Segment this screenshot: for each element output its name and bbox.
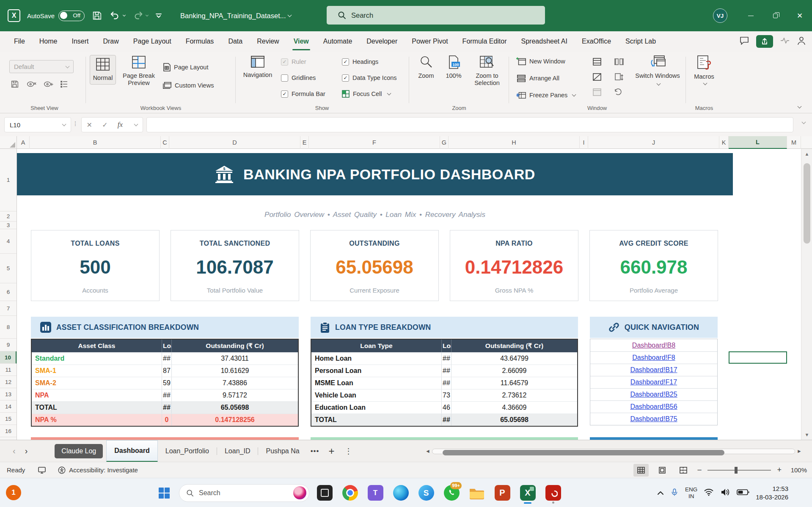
ribbon-tab-spreadsheet-ai[interactable]: Spreadsheet AI <box>514 31 575 52</box>
switch-windows-button[interactable]: Switch Windows <box>635 55 680 87</box>
document-title[interactable]: Banking_NPA_Training_Dataset... <box>180 12 291 20</box>
asset-loans-cell[interactable]: ## <box>162 402 171 414</box>
formula-input[interactable] <box>146 117 793 132</box>
ribbon-tab-script-lab[interactable]: Script Lab <box>618 31 663 52</box>
horizontal-scroll-thumb[interactable] <box>443 450 724 455</box>
close-button[interactable]: ✕ <box>787 0 812 31</box>
restore-button[interactable] <box>763 0 787 31</box>
ribbon-tab-page-layout[interactable]: Page Layout <box>126 31 179 52</box>
loan-outstanding-cell[interactable]: 65.05698 <box>451 414 577 426</box>
kpi-card-avg-credit-score[interactable]: AVG CREDIT SCORE660.978Portfolio Average <box>589 230 718 301</box>
ribbon-tab-data[interactable]: Data <box>221 31 250 52</box>
row-header-7[interactable]: 7 <box>0 301 17 316</box>
arrange-all-button[interactable]: Arrange All <box>516 74 559 83</box>
new-window-button[interactable]: New Window <box>516 57 565 66</box>
taskbar-edge-icon[interactable] <box>391 481 411 505</box>
tray-chevron-icon[interactable] <box>657 489 664 497</box>
unhide-icon[interactable] <box>592 88 602 98</box>
vertical-scrollbar[interactable]: ▲ ▼ <box>801 149 812 440</box>
loan-loans-cell[interactable]: ## <box>441 377 451 389</box>
quick-nav-link-dashboard-b25[interactable]: Dashboard!B25 <box>630 391 677 398</box>
ribbon-tab-home[interactable]: Home <box>32 31 65 52</box>
selected-cell-L10[interactable] <box>729 351 787 364</box>
zoom-level[interactable]: 100% <box>787 466 807 474</box>
minimize-button[interactable] <box>738 0 763 31</box>
focus-cell-button[interactable]: Focus Cell <box>342 89 397 99</box>
quick-nav-link-dashboard-f8[interactable]: Dashboard!F8 <box>632 354 675 362</box>
sheet-view-options-icon[interactable] <box>60 80 69 90</box>
view-side-by-side-icon[interactable] <box>614 58 625 68</box>
asset-outstanding-cell[interactable]: 65.05698 <box>171 402 298 414</box>
loan-label-cell[interactable]: TOTAL <box>311 414 441 426</box>
page-break-view-icon[interactable] <box>676 464 691 477</box>
loan-label-cell[interactable]: MSME Loan <box>311 377 441 389</box>
name-box[interactable]: L10 <box>4 117 71 132</box>
row-header-14[interactable]: 14 <box>0 400 17 413</box>
row-header-16[interactable]: 16 <box>0 425 17 437</box>
row-header-2[interactable]: 2 <box>0 211 17 222</box>
tabs-scroll-right-icon[interactable]: › <box>25 446 28 456</box>
page-break-preview-button[interactable]: Page Break Preview <box>118 55 159 87</box>
taskbar-skype-icon[interactable]: S <box>416 481 436 505</box>
loan-label-cell[interactable]: Education Loan <box>311 402 441 414</box>
quick-nav-link-dashboard-f17[interactable]: Dashboard!F17 <box>630 378 677 386</box>
hscroll-right-icon[interactable]: ► <box>797 448 802 454</box>
accessibility-status[interactable]: Accessibility: Investigate <box>58 466 138 474</box>
sheet-tab-loan-id[interactable]: Loan_ID <box>217 440 258 462</box>
asset-outstanding-cell[interactable]: 7.43886 <box>171 377 298 389</box>
page-layout-view-icon[interactable] <box>655 464 670 477</box>
tabs-scroll-left-icon[interactable]: ‹ <box>13 446 16 456</box>
widgets-badge[interactable]: 1 <box>6 485 21 500</box>
row-header-1[interactable]: 1 <box>0 149 17 211</box>
asset-loans-cell[interactable]: 59 <box>162 377 171 389</box>
autosave-toggle[interactable]: AutoSave Off <box>27 11 85 21</box>
insert-function-icon[interactable]: fx <box>118 121 123 129</box>
taskbar-search[interactable]: Search <box>179 484 309 502</box>
activity-icon[interactable] <box>780 37 790 46</box>
column-header-L[interactable]: L <box>729 136 787 149</box>
sheet-tab-loan-portfolio[interactable]: Loan_Portfolio <box>158 440 217 462</box>
ribbon-tab-developer[interactable]: Developer <box>359 31 405 52</box>
formula-bar-handle[interactable]: ⁞ <box>74 121 77 127</box>
checkbox-ruler[interactable]: Ruler <box>281 57 325 67</box>
share-button[interactable] <box>756 35 773 48</box>
keep-sheet-view-icon[interactable] <box>10 79 19 90</box>
enter-icon[interactable]: ✓ <box>102 121 107 129</box>
row-header-3[interactable]: 3 <box>0 222 17 229</box>
sheet-options-icon[interactable]: ⋮ <box>345 447 352 456</box>
taskbar-powerpoint-icon[interactable]: P <box>492 481 512 505</box>
split-icon[interactable] <box>592 58 602 68</box>
column-header-A[interactable]: A <box>17 136 30 149</box>
loan-loans-cell[interactable]: 46 <box>441 402 451 414</box>
person-icon[interactable] <box>797 36 806 47</box>
quick-access-menu-icon[interactable] <box>155 12 162 19</box>
row-header-12[interactable]: 12 <box>0 376 17 388</box>
asset-label-cell[interactable]: NPA <box>32 389 162 401</box>
navigation-button[interactable]: Navigation <box>240 55 275 79</box>
asset-label-cell[interactable]: SMA-2 <box>32 377 162 389</box>
hide-icon[interactable] <box>592 73 602 83</box>
macros-button[interactable]: Macros <box>689 55 719 85</box>
column-header-M[interactable]: M <box>787 136 801 149</box>
comments-icon[interactable] <box>739 36 749 47</box>
quick-nav-link-dashboard-b75[interactable]: Dashboard!B75 <box>630 415 677 423</box>
zoom-out-icon[interactable]: − <box>697 466 702 475</box>
taskbar-terminal-icon[interactable] <box>314 481 335 505</box>
taskbar-teams-icon[interactable]: T <box>365 481 385 505</box>
zoom-slider[interactable] <box>707 470 771 471</box>
asset-outstanding-cell[interactable]: 10.61629 <box>171 365 298 377</box>
new-sheet-view-icon[interactable] <box>43 80 53 90</box>
sheet-tab-claude-log[interactable]: Claude Log <box>55 444 103 458</box>
freeze-panes-button[interactable]: Freeze Panes <box>516 90 575 100</box>
loan-outstanding-cell[interactable]: 11.64579 <box>451 377 577 389</box>
loan-loans-cell[interactable]: ## <box>441 365 451 377</box>
redo-button[interactable] <box>132 10 148 21</box>
ribbon-tab-power-pivot[interactable]: Power Pivot <box>405 31 455 52</box>
loan-loans-cell[interactable]: 73 <box>441 389 451 401</box>
quick-nav-link-dashboard-b8[interactable]: Dashboard!B8 <box>632 342 675 349</box>
normal-view-button[interactable]: Normal <box>90 55 116 85</box>
select-all-corner[interactable] <box>0 136 17 149</box>
ribbon-tab-file[interactable]: File <box>7 31 32 52</box>
asset-loans-cell[interactable]: 0 <box>162 414 171 426</box>
taskbar-file-explorer-icon[interactable] <box>467 481 487 505</box>
